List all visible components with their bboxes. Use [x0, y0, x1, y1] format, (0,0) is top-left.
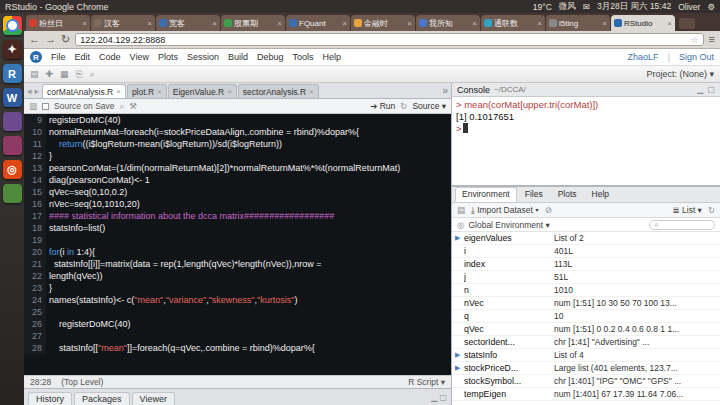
menu-build[interactable]: Build	[228, 52, 248, 62]
minimize-icon[interactable]: ▁	[697, 85, 703, 94]
session-menu-icon[interactable]: ⚙	[707, 2, 715, 12]
sign-out-link[interactable]: Sign Out	[679, 52, 714, 62]
environment-row[interactable]: j51L	[452, 271, 720, 284]
run-button[interactable]: ➔ Run	[370, 101, 395, 111]
environment-row[interactable]: stockSymbol...chr [1:401] "IPG" "OMC" "G…	[452, 375, 720, 388]
project-selector[interactable]: Project: (None) ▾	[646, 69, 714, 79]
toolbar-icon-1[interactable]: ✚	[46, 69, 54, 79]
environment-row[interactable]: tempEigennum [1:401] 67 17.39 11.64 7.06…	[452, 388, 720, 401]
browser-tab[interactable]: 通联数×	[481, 15, 545, 31]
temperature-indicator[interactable]: 19°C	[533, 2, 552, 12]
expand-icon[interactable]: ▶	[455, 234, 464, 242]
environment-search-input[interactable]: ⌕	[649, 220, 715, 230]
menu-file[interactable]: File	[51, 52, 66, 62]
address-bar[interactable]: 122.204.129.22:8888 ☆	[75, 33, 703, 46]
back-button[interactable]: ←	[29, 34, 40, 45]
source-button[interactable]: Source ▾	[412, 101, 446, 111]
environment-row[interactable]: n1010	[452, 284, 720, 297]
find-icon[interactable]: ⌕	[120, 101, 125, 112]
import-dataset-button[interactable]: ⤓ Import Dataset ▾	[471, 205, 539, 216]
environment-row[interactable]: nVecnum [1:51] 10 30 50 70 100 13...	[452, 297, 720, 310]
menu-edit[interactable]: Edit	[75, 52, 91, 62]
file-type-selector[interactable]: R Script ▾	[408, 377, 445, 387]
new-tab-button[interactable]	[679, 18, 695, 29]
tab-close-icon[interactable]: ×	[602, 19, 607, 28]
menu-plots[interactable]: Plots	[158, 52, 178, 62]
launcher-item-ubuntu-software[interactable]: ◎	[3, 160, 22, 179]
tab-close-icon[interactable]: ×	[342, 19, 347, 28]
console-output[interactable]: > mean(corMat[upper.tri(corMat)])[1] 0.1…	[452, 97, 720, 185]
reload-button[interactable]: ↻	[61, 34, 70, 45]
tab-close-icon[interactable]: ×	[407, 19, 412, 28]
username[interactable]: Oliver	[678, 2, 700, 12]
save-icon[interactable]: ▥	[29, 101, 37, 111]
console-title[interactable]: Console	[457, 85, 490, 95]
environment-row[interactable]: qVecnum [1:51] 0 0.2 0.4 0.6 0.8 1 1...	[452, 323, 720, 336]
tab-close-icon[interactable]: ×	[309, 87, 314, 96]
toolbar-icon-2[interactable]: ▦	[60, 69, 69, 79]
launcher-item-word-app[interactable]: W	[3, 88, 22, 107]
toolbar-icon-0[interactable]: ▤	[30, 69, 39, 79]
tab-close-icon[interactable]: ×	[147, 19, 152, 28]
launcher-item-green-app[interactable]	[3, 184, 22, 203]
tab-close-icon[interactable]: ×	[277, 19, 282, 28]
menu-code[interactable]: Code	[99, 52, 121, 62]
launcher-item-media-app[interactable]	[3, 136, 22, 155]
expand-icon[interactable]: ▶	[455, 364, 464, 372]
weather-indicator[interactable]: 微风	[559, 1, 576, 13]
source-on-save-checkbox[interactable]	[42, 103, 49, 110]
browser-tab[interactable]: i5ting×	[546, 15, 610, 31]
environment-scope-selector[interactable]: Global Environment ▾	[468, 220, 549, 230]
environment-row[interactable]: q10	[452, 310, 720, 323]
browser-tab[interactable]: FQuant×	[286, 15, 350, 31]
menu-tools[interactable]: Tools	[293, 52, 314, 62]
tab-overflow-icon[interactable]: »	[442, 85, 448, 96]
clock[interactable]: 3月28日 周六 15:42	[597, 1, 671, 13]
environment-row[interactable]: sectorIdent...chr [1:41] "Advertising" .…	[452, 336, 720, 349]
menu-session[interactable]: Session	[187, 52, 219, 62]
toolbar-icon-3[interactable]: ⎘	[76, 69, 83, 80]
menu-debug[interactable]: Debug	[257, 52, 284, 62]
source-tab[interactable]: corMatAnalysis.R×	[42, 84, 126, 98]
expand-icon[interactable]: ▶	[455, 351, 464, 359]
url-text[interactable]: 122.204.129.22:8888	[80, 35, 686, 45]
tab-close-icon[interactable]: ×	[472, 19, 477, 28]
launcher-item-chrome[interactable]	[3, 16, 22, 35]
tab-history[interactable]: History	[28, 392, 72, 405]
save-workspace-icon[interactable]: ▤	[457, 205, 465, 215]
tab-close-icon[interactable]: ×	[116, 87, 121, 96]
browser-tab[interactable]: 粉丝日×	[26, 15, 90, 31]
source-tab[interactable]: sectorAnalysis.R×	[238, 84, 319, 98]
tab-viewer[interactable]: Viewer	[132, 392, 175, 405]
account-name[interactable]: ZhaoLF	[628, 52, 659, 62]
environment-row[interactable]: ▶eigenValuesList of 2	[452, 232, 720, 245]
menu-view[interactable]: View	[130, 52, 149, 62]
toolbar-icon-4[interactable]: ⌕	[90, 69, 95, 80]
tab-environment[interactable]: Environment	[455, 187, 517, 202]
tab-close-icon[interactable]: ×	[227, 87, 232, 96]
nav-forward-icon[interactable]: ▸	[35, 86, 40, 96]
code-tools-icon[interactable]: ⚒	[129, 101, 137, 111]
environment-row[interactable]: ▶statsInfoList of 4	[452, 349, 720, 362]
browser-tab[interactable]: RStudio×	[611, 15, 675, 31]
tab-close-icon[interactable]: ×	[157, 87, 162, 96]
menu-help[interactable]: Help	[323, 52, 342, 62]
environment-row[interactable]: index113L	[452, 258, 720, 271]
scope-indicator[interactable]: (Top Level)	[61, 377, 103, 387]
tab-plots[interactable]: Plots	[551, 187, 584, 202]
tab-close-icon[interactable]: ×	[667, 19, 672, 28]
mail-icon[interactable]: ✉	[583, 2, 590, 12]
launcher-item-purple-app[interactable]	[3, 112, 22, 131]
bookmark-star-icon[interactable]: ☆	[691, 35, 699, 45]
browser-tab[interactable]: 宽客×	[156, 15, 220, 31]
environment-row[interactable]: i401L	[452, 245, 720, 258]
tab-files[interactable]: Files	[518, 187, 550, 202]
tab-packages[interactable]: Packages	[74, 392, 130, 405]
source-tab[interactable]: plot.R×	[127, 84, 167, 98]
maximize-icon[interactable]: ▢	[707, 85, 715, 94]
tab-close-icon[interactable]: ×	[537, 19, 542, 28]
list-view-selector[interactable]: ≣ List ▾	[673, 205, 702, 215]
source-tab[interactable]: EigenValue.R×	[168, 84, 237, 98]
browser-tab[interactable]: 股票期×	[221, 15, 285, 31]
chrome-menu-icon[interactable]: ≡	[709, 34, 715, 45]
